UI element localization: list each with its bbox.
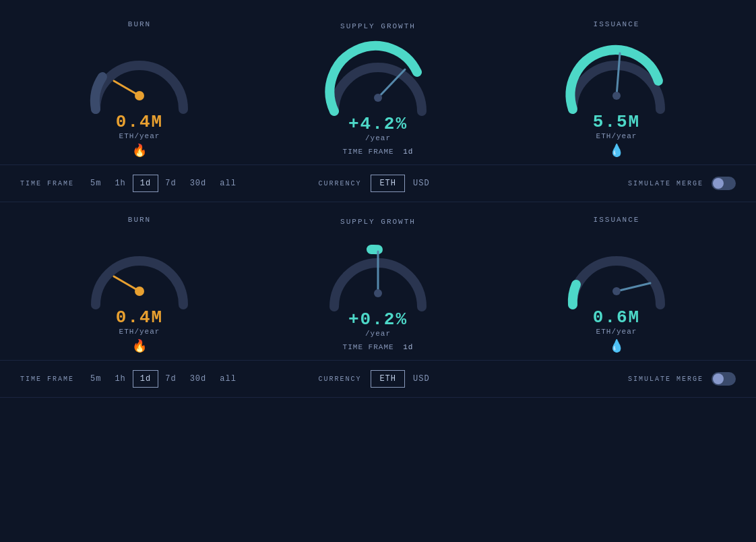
top-timeframe-30d[interactable]: 30d — [183, 175, 214, 191]
issuance-top-unit: ETH/year — [596, 132, 637, 140]
bottom-section: BURN 0.4M ETH/year 🔥 SUPPLY GROWTH — [0, 202, 756, 398]
issuance-top-gauge: ISSUANCE 5.5M ETH/year 💧 — [515, 20, 718, 158]
supply-growth-bottom-gauge: SUPPLY GROWTH +0.2% /year TIME FRAME 1d — [277, 218, 479, 351]
issuance-bottom-wrapper — [556, 231, 677, 305]
svg-point-9 — [374, 289, 382, 297]
burn-bottom-unit: ETH/year — [119, 328, 160, 336]
burn-bottom-title: BURN — [128, 216, 151, 224]
top-currency-usd[interactable]: USD — [405, 175, 438, 191]
svg-point-7 — [135, 287, 144, 296]
supply-growth-top-unit: /year — [365, 134, 391, 142]
top-timeframe-all[interactable]: all — [213, 175, 243, 191]
supply-growth-top-gauge: SUPPLY GROWTH +4.2% /year TIME FRA — [277, 22, 479, 156]
burn-top-gauge: BURN 0.4M ETH/year 🔥 — [38, 20, 241, 158]
burn-top-wrapper — [79, 35, 200, 109]
top-controls-row: TIME FRAME 5m 1h 1d 7d 30d all CURRENCY … — [0, 164, 756, 202]
svg-point-1 — [135, 91, 144, 100]
issuance-bottom-icon: 💧 — [609, 338, 624, 353]
bottom-simulate-toggle-thumb — [713, 373, 724, 384]
burn-top-title: BURN — [128, 20, 151, 28]
top-currency-section: CURRENCY ETH USD — [259, 175, 497, 192]
supply-growth-bottom-unit: /year — [365, 330, 391, 338]
burn-bottom-icon: 🔥 — [132, 338, 147, 353]
supply-growth-top-title: SUPPLY GROWTH — [340, 22, 416, 30]
svg-line-10 — [617, 283, 650, 291]
bottom-timeframe-1d[interactable]: 1d — [133, 370, 158, 388]
supply-growth-top-timeframe: TIME FRAME 1d — [343, 148, 414, 156]
top-timeframe-1d[interactable]: 1d — [133, 175, 158, 192]
burn-bottom-gauge: BURN 0.4M ETH/year 🔥 — [38, 216, 241, 353]
burn-bottom-wrapper — [79, 231, 200, 305]
svg-point-11 — [612, 287, 621, 295]
bottom-controls-row: TIME FRAME 5m 1h 1d 7d 30d all CURRENCY … — [0, 360, 756, 398]
top-timeframe-7d[interactable]: 7d — [158, 175, 183, 191]
top-timeframe-section: TIME FRAME 5m 1h 1d 7d 30d all — [20, 175, 259, 192]
bottom-currency-eth[interactable]: ETH — [371, 370, 405, 388]
issuance-bottom-title: ISSUANCE — [594, 216, 640, 224]
supply-growth-bottom-title: SUPPLY GROWTH — [340, 218, 416, 226]
supply-growth-bottom-wrapper — [317, 233, 439, 307]
top-timeframe-1h[interactable]: 1h — [108, 175, 132, 191]
top-section: BURN 0.4M ETH/year 🔥 — [0, 7, 756, 202]
svg-point-3 — [374, 94, 382, 102]
bottom-timeframe-5m[interactable]: 5m — [84, 371, 108, 387]
issuance-bottom-gauge: ISSUANCE 0.6M ETH/year 💧 — [515, 216, 718, 353]
bottom-timeframe-all[interactable]: all — [213, 371, 243, 387]
top-simulate-label: SIMULATE MERGE — [628, 180, 703, 187]
svg-line-4 — [617, 53, 620, 96]
top-merge-section: SIMULATE MERGE — [497, 177, 736, 190]
bottom-timeframe-label: TIME FRAME — [20, 375, 74, 383]
top-currency-label: CURRENCY — [318, 180, 361, 187]
bottom-currency-section: CURRENCY ETH USD — [259, 370, 497, 388]
burn-top-unit: ETH/year — [119, 132, 160, 140]
bottom-merge-section: SIMULATE MERGE — [497, 372, 736, 386]
top-gauges-row: BURN 0.4M ETH/year 🔥 — [0, 7, 756, 164]
supply-growth-top-wrapper — [317, 37, 439, 111]
burn-top-icon: 🔥 — [132, 143, 147, 158]
issuance-top-wrapper — [556, 35, 677, 109]
top-simulate-toggle-thumb — [713, 178, 724, 189]
main-container: BURN 0.4M ETH/year 🔥 — [0, 0, 756, 404]
top-timeframe-5m[interactable]: 5m — [84, 175, 108, 191]
issuance-top-title: ISSUANCE — [594, 20, 640, 28]
top-timeframe-label: TIME FRAME — [20, 180, 74, 187]
top-simulate-toggle[interactable] — [712, 177, 736, 190]
bottom-timeframe-30d[interactable]: 30d — [183, 371, 214, 387]
bottom-simulate-label: SIMULATE MERGE — [628, 375, 703, 383]
bottom-simulate-toggle[interactable] — [712, 372, 736, 386]
svg-point-5 — [612, 92, 621, 100]
bottom-currency-label: CURRENCY — [318, 375, 361, 383]
top-currency-eth[interactable]: ETH — [371, 175, 405, 192]
bottom-timeframe-section: TIME FRAME 5m 1h 1d 7d 30d all — [20, 370, 259, 388]
bottom-timeframe-7d[interactable]: 7d — [158, 371, 183, 387]
supply-growth-bottom-timeframe: TIME FRAME 1d — [343, 343, 414, 351]
bottom-gauges-row: BURN 0.4M ETH/year 🔥 SUPPLY GROWTH — [0, 202, 756, 360]
bottom-currency-usd[interactable]: USD — [405, 371, 438, 387]
issuance-bottom-unit: ETH/year — [596, 328, 637, 336]
issuance-top-icon: 💧 — [609, 143, 624, 158]
bottom-timeframe-1h[interactable]: 1h — [108, 371, 132, 387]
